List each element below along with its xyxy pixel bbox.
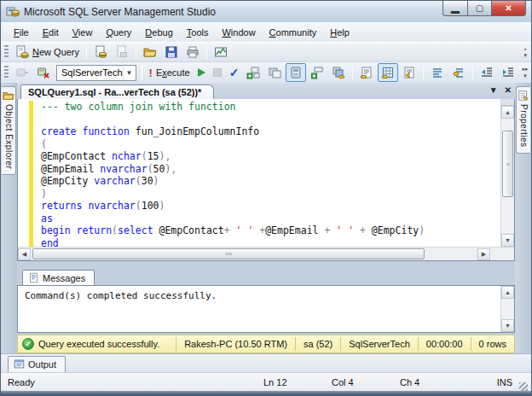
save-button[interactable] (161, 43, 182, 61)
code-area: --- two column join with function create… (41, 101, 425, 247)
resize-grip[interactable] (519, 382, 528, 391)
print-button[interactable] (182, 43, 203, 61)
scroll-up-icon[interactable]: ▲ (501, 286, 514, 299)
window-frame-bottom (1, 391, 531, 395)
scroll-down-icon[interactable]: ▼ (501, 234, 514, 247)
minimize-button[interactable]: ▬ (442, 1, 467, 16)
close-document-icon[interactable]: ✕ (505, 85, 512, 95)
toolbar-grip[interactable] (4, 66, 9, 79)
editor-horizontal-scrollbar[interactable]: ◀ ≡≡ ▶ (18, 247, 514, 260)
window-title: Microsoft SQL Server Management Studio (24, 6, 216, 18)
messages-tab[interactable]: Messages (22, 270, 95, 285)
available-databases-combobox[interactable]: SqlServerTech ▼ (56, 65, 136, 81)
results-splitter[interactable] (17, 261, 515, 268)
code-line: returns nvarchar(100) (41, 200, 425, 213)
horizontal-scroll-thumb[interactable]: ≡≡ (32, 248, 425, 259)
menu-window[interactable]: Window (216, 25, 261, 40)
messages-text: Command(s) completed successfully. (18, 286, 500, 332)
right-dock-strip: Properties (515, 83, 531, 353)
toolbar-overflow-button[interactable]: ▸▸▾ (519, 65, 530, 80)
object-explorer-tab[interactable]: Object Explorer (2, 86, 16, 175)
menu-view[interactable]: View (66, 25, 99, 40)
results-to-grid-icon (381, 66, 395, 79)
success-check-icon: ✔ (22, 338, 34, 350)
increase-indent-button[interactable] (498, 63, 518, 82)
execute-icon: ! (149, 67, 153, 79)
activity-monitor-button[interactable] (211, 43, 231, 61)
menu-community[interactable]: Community (263, 25, 323, 40)
query-status-cell: Rakesh-PC (10.50 RTM) (176, 337, 295, 351)
database-engine-query-button[interactable] (90, 43, 111, 61)
sql-editor-toolbar: SqlServerTech ▼ ! Execute ✓ (1, 61, 531, 83)
toolbar-separator (352, 66, 353, 79)
query-status-cell: sa (52) (295, 337, 340, 351)
decrease-indent-button[interactable] (477, 63, 497, 82)
results-to-grid-button[interactable] (378, 63, 398, 82)
open-folder-icon (143, 45, 157, 59)
sql-editor[interactable]: --- two column join with function create… (18, 99, 500, 247)
change-connection-button[interactable] (33, 63, 54, 82)
estimated-plan-button[interactable] (243, 63, 263, 82)
parse-button[interactable]: ✓ (226, 63, 243, 82)
scroll-down-icon[interactable]: ▼ (501, 319, 514, 332)
intellisense-icon (289, 66, 303, 79)
toolbar-separator (142, 66, 142, 79)
uncomment-lines-button[interactable] (448, 63, 469, 82)
toolbar-overflow-button[interactable]: ▪▾ (521, 45, 529, 60)
left-dock-strip: Object Explorer (1, 83, 17, 353)
editor-vertical-scrollbar[interactable]: ▲ ≡ ▼ (500, 99, 514, 247)
menu-help[interactable]: Help (324, 25, 356, 40)
open-file-button[interactable] (140, 43, 160, 61)
menu-file[interactable]: File (8, 25, 35, 40)
toolbar-separator (423, 66, 424, 79)
editor-splitter-handle[interactable] (501, 99, 514, 106)
results-tab-strip: Messages (17, 268, 515, 285)
disconnect-icon (37, 66, 50, 79)
scroll-left-icon[interactable]: ◀ (18, 248, 31, 260)
intellisense-enabled-button[interactable] (286, 63, 306, 82)
results-to-text-icon (360, 66, 373, 79)
status-line: Ln 12 (263, 377, 332, 387)
client-statistics-button[interactable] (328, 63, 349, 82)
document-tab-strip: SQLQuery1.sql - Ra...verTech (sa (52))* … (17, 83, 515, 99)
connect-button[interactable] (12, 63, 32, 82)
vertical-scroll-thumb[interactable]: ≡ (502, 131, 513, 197)
object-explorer-label: Object Explorer (4, 104, 14, 169)
toolbar-separator (136, 45, 136, 59)
menu-debug[interactable]: Debug (139, 25, 178, 40)
menu-edit[interactable]: Edit (37, 25, 65, 40)
execute-button[interactable]: ! Execute (146, 64, 194, 82)
sql-query-tab[interactable]: SQLQuery1.sql - Ra...verTech (sa (52))* (20, 84, 214, 99)
chevron-down-icon[interactable]: ▼ (123, 66, 136, 80)
change-tracking-bar (29, 101, 33, 247)
client-statistics-icon (332, 66, 345, 79)
scroll-up-icon[interactable]: ▲ (501, 106, 514, 119)
results-to-text-button[interactable] (356, 63, 377, 82)
properties-tab[interactable]: Properties (516, 86, 530, 154)
messages-tab-label: Messages (43, 273, 85, 283)
messages-scrollbar[interactable]: ▲ ▼ (500, 286, 514, 332)
analysis-services-query-button[interactable] (112, 43, 132, 61)
close-button[interactable]: ✕ (492, 1, 526, 16)
code-line: ) (41, 188, 425, 201)
sql-query-tab-label: SQLQuery1.sql - Ra...verTech (sa (52))* (28, 87, 201, 97)
query-options-button[interactable] (264, 63, 285, 82)
results-to-file-button[interactable] (399, 63, 419, 82)
title-bar: Microsoft SQL Server Management Studio ▬… (1, 1, 531, 22)
output-tab[interactable]: Output (8, 356, 66, 372)
comment-lines-button[interactable] (427, 63, 448, 82)
scroll-right-icon[interactable]: ▶ (477, 248, 490, 260)
database-engine-query-icon (94, 45, 107, 59)
window-controls: ▬ ▢ ✕ (442, 1, 526, 16)
document-well: Object Explorer SQLQuery1.sql - Ra...ver… (1, 83, 531, 353)
menu-query[interactable]: Query (100, 25, 137, 40)
active-files-dropdown-icon[interactable]: ▼ (489, 85, 498, 95)
menu-tools[interactable]: Tools (181, 25, 215, 40)
toolbar-grip[interactable] (4, 45, 9, 59)
new-query-button[interactable]: New Query (12, 43, 83, 61)
query-status-cell: 0 rows (471, 337, 514, 351)
actual-plan-button[interactable] (307, 63, 327, 82)
save-icon (165, 45, 178, 59)
maximize-button[interactable]: ▢ (467, 1, 492, 16)
debug-button[interactable] (194, 66, 209, 79)
